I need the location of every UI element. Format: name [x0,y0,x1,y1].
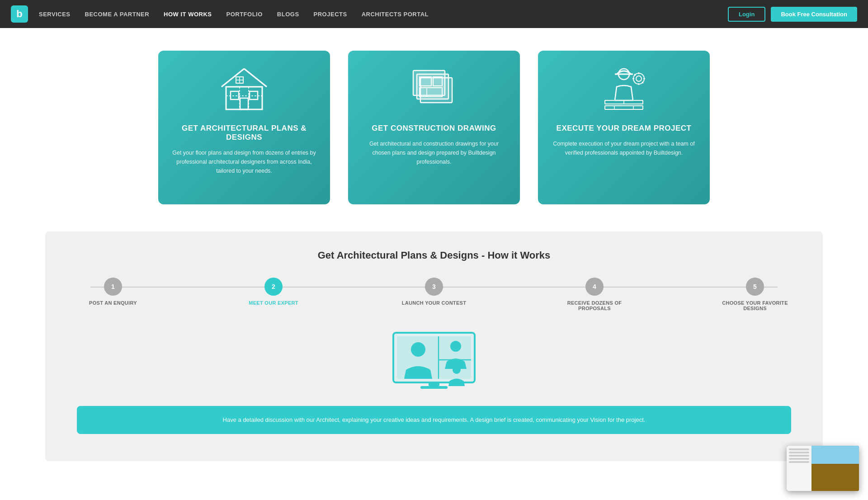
svg-point-24 [636,76,642,81]
thumbnail-overlay [787,446,859,461]
step-2: 2 MEET OUR EXPERT [233,278,314,306]
step-2-circle: 2 [264,278,283,296]
cards-section: GET ARCHITECTURAL PLANS & DESIGNS Get yo… [0,28,868,231]
svg-rect-44 [429,382,439,386]
card-construction: GET CONSTRUCTION DRAWING Get architectur… [348,51,520,204]
step-3: 3 LAUNCH YOUR CONTEST [393,278,475,306]
svg-point-39 [411,342,425,357]
card-arch-plans: GET ARCHITECTURAL PLANS & DESIGNS Get yo… [158,51,330,204]
svg-rect-45 [420,386,448,389]
step-5-circle: 5 [746,278,764,296]
nav-portfolio[interactable]: PORTFOLIO [226,11,262,18]
svg-rect-32 [605,106,643,109]
svg-line-4 [222,69,244,87]
step-3-label: LAUNCH YOUR CONTEST [402,300,466,306]
execute-icon [552,64,696,114]
steps-row: 1 POST AN ENQUIRY 2 MEET OUR EXPERT 3 LA… [72,278,796,311]
card-execute: EXECUTE YOUR DREAM PROJECT Complete exec… [538,51,710,204]
nav-architects-portal[interactable]: ARCHITECTS PORTAL [362,11,429,18]
thumb-line-4 [789,458,809,460]
step-4-label: RECEIVE DOZENS OF PROPOSALS [554,300,635,311]
book-consultation-button[interactable]: Book Free Consultation [771,7,857,22]
card-execute-title: EXECUTE YOUR DREAM PROJECT [552,124,696,133]
step-4: 4 RECEIVE DOZENS OF PROPOSALS [554,278,635,311]
arch-plans-icon [172,64,316,114]
nav-projects[interactable]: PROJECTS [314,11,347,18]
step-1-circle: 1 [104,278,122,296]
step-4-circle: 4 [585,278,604,296]
step-3-circle: 3 [425,278,443,296]
description-box: Have a detailed discussion with our Arch… [77,406,791,434]
construction-icon [362,64,506,114]
nav-services[interactable]: SERVICES [39,11,71,18]
step-5-label: CHOOSE YOUR FAVORITE DESIGNS [714,300,796,311]
nav-links: SERVICES BECOME A PARTNER HOW IT WORKS P… [39,11,728,18]
card-arch-plans-desc: Get your floor plans and design from doz… [172,148,316,175]
monitor-svg [389,329,479,392]
logo[interactable]: b [11,5,28,23]
svg-line-5 [244,69,267,87]
step-1: 1 POST AN ENQUIRY [72,278,154,306]
nav-actions: Login Book Free Consultation [728,7,857,22]
svg-rect-2 [250,91,258,99]
thumb-line-3 [789,455,809,457]
thumb-building-visual [811,446,859,461]
step-5: 5 CHOOSE YOUR FAVORITE DESIGNS [714,278,796,311]
card-arch-plans-title: GET ARCHITECTURAL PLANS & DESIGNS [172,124,316,142]
nav-blogs[interactable]: BLOGS [277,11,299,18]
card-execute-desc: Complete execution of your dream project… [552,139,696,157]
login-button[interactable]: Login [728,7,765,22]
how-section: Get Architectural Plans & Designs - How … [45,231,823,461]
step-2-label: MEET OUR EXPERT [249,300,298,306]
thumb-line-2 [789,452,809,453]
navbar: b SERVICES BECOME A PARTNER HOW IT WORKS… [0,0,868,28]
nav-how-it-works[interactable]: HOW IT WORKS [164,11,212,18]
svg-rect-3 [240,98,248,109]
svg-point-41 [453,366,461,374]
thumb-doc [787,446,811,461]
thumb-line-1 [789,448,809,450]
step-1-label: POST AN ENQUIRY [89,300,137,306]
monitor-illustration [72,329,796,392]
card-construction-desc: Get architectural and construction drawi… [362,139,506,166]
card-construction-title: GET CONSTRUCTION DRAWING [362,124,506,133]
nav-become-partner[interactable]: BECOME A PARTNER [85,11,150,18]
thumb-building-image [811,446,859,461]
svg-rect-1 [231,91,239,99]
how-section-title: Get Architectural Plans & Designs - How … [72,250,796,261]
svg-point-40 [450,341,461,352]
